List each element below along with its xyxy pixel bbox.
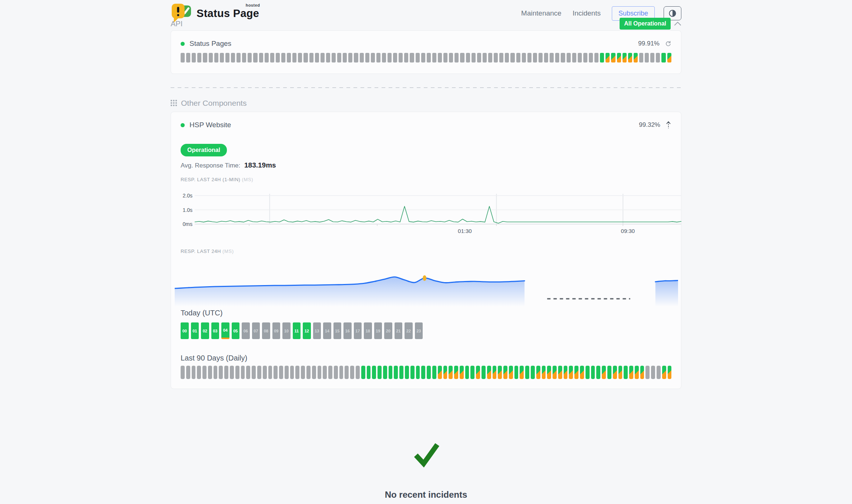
uptime-bar[interactable] <box>181 366 185 379</box>
uptime-bar[interactable] <box>533 53 537 62</box>
uptime-bar[interactable] <box>257 366 261 379</box>
uptime-bar[interactable] <box>567 53 571 62</box>
uptime-bar[interactable] <box>337 53 341 62</box>
uptime-bar[interactable] <box>628 53 632 62</box>
hour-block-02[interactable]: 02 <box>201 322 209 339</box>
hour-block-09[interactable]: 09 <box>272 322 281 339</box>
uptime-bar[interactable] <box>295 366 299 379</box>
uptime-bar[interactable] <box>253 53 257 62</box>
hour-block-19[interactable]: 19 <box>374 322 382 339</box>
uptime-bar[interactable] <box>202 366 207 379</box>
uptime-bar[interactable] <box>438 53 442 62</box>
uptime-bar[interactable] <box>635 366 639 379</box>
uptime-bar[interactable] <box>237 53 241 62</box>
collapse-chevron-up-icon[interactable] <box>674 21 681 26</box>
uptime-bar[interactable] <box>505 53 509 62</box>
uptime-bar[interactable] <box>350 366 354 379</box>
uptime-bar[interactable] <box>662 366 666 379</box>
uptime-bar[interactable] <box>555 53 559 62</box>
uptime-bar[interactable] <box>470 366 474 379</box>
uptime-bar[interactable] <box>303 53 308 62</box>
uptime-bar[interactable] <box>611 53 615 62</box>
hour-block-13[interactable]: 13 <box>313 322 321 339</box>
uptime-bar[interactable] <box>181 53 185 62</box>
uptime-bar[interactable] <box>438 366 442 379</box>
uptime-bar[interactable] <box>248 53 252 62</box>
uptime-bar[interactable] <box>371 53 375 62</box>
hour-block-00[interactable]: 00 <box>181 322 189 339</box>
uptime-bar[interactable] <box>509 366 513 379</box>
hour-block-22[interactable]: 22 <box>405 322 413 339</box>
uptime-bar[interactable] <box>477 53 481 62</box>
uptime-bar[interactable] <box>553 366 557 379</box>
uptime-bar[interactable] <box>634 53 638 62</box>
uptime-bar[interactable] <box>547 366 551 379</box>
uptime-bar[interactable] <box>231 53 235 62</box>
component-row[interactable]: Status Pages 99.91% <box>181 40 671 48</box>
uptime-bar[interactable] <box>536 366 540 379</box>
uptime-bar[interactable] <box>197 53 201 62</box>
uptime-bar[interactable] <box>393 53 397 62</box>
uptime-bar[interactable] <box>454 53 459 62</box>
hour-block-12[interactable]: 12 <box>303 322 311 339</box>
uptime-bar[interactable] <box>306 366 311 379</box>
uptime-bar[interactable] <box>298 53 302 62</box>
uptime-bar[interactable] <box>650 53 654 62</box>
uptime-bar[interactable] <box>466 53 470 62</box>
uptime-bar[interactable] <box>483 53 487 62</box>
uptime-bar[interactable] <box>639 53 643 62</box>
hour-block-07[interactable]: 07 <box>252 322 260 339</box>
hour-block-23[interactable]: 23 <box>415 322 423 339</box>
uptime-bar[interactable] <box>328 366 332 379</box>
uptime-bar[interactable] <box>454 366 458 379</box>
uptime-bar[interactable] <box>656 53 660 62</box>
uptime-bar[interactable] <box>432 366 436 379</box>
uptime-bar[interactable] <box>343 53 347 62</box>
uptime-bar[interactable] <box>617 53 621 62</box>
uptime-bar[interactable] <box>274 366 278 379</box>
uptime-bar[interactable] <box>465 366 469 379</box>
uptime-bar[interactable] <box>487 366 491 379</box>
uptime-bar[interactable] <box>527 53 531 62</box>
uptime-bar[interactable] <box>623 53 627 62</box>
nav-incidents[interactable]: Incidents <box>573 9 601 17</box>
uptime-bar[interactable] <box>427 53 431 62</box>
hour-block-21[interactable]: 21 <box>395 322 403 339</box>
uptime-bar[interactable] <box>186 53 190 62</box>
uptime-bar[interactable] <box>360 53 364 62</box>
uptime-bar[interactable] <box>312 366 316 379</box>
uptime-bar[interactable] <box>561 53 565 62</box>
hour-block-01[interactable]: 01 <box>191 322 199 339</box>
uptime-bar[interactable] <box>488 53 492 62</box>
uptime-bar[interactable] <box>241 366 245 379</box>
uptime-bar[interactable] <box>443 53 447 62</box>
uptime-bar[interactable] <box>572 53 576 62</box>
uptime-bar[interactable] <box>591 366 595 379</box>
uptime-bar[interactable] <box>214 53 218 62</box>
uptime-bar[interactable] <box>525 366 529 379</box>
hour-block-04[interactable]: 04 <box>221 322 229 339</box>
uptime-bar[interactable] <box>522 53 526 62</box>
uptime-bar[interactable] <box>287 53 291 62</box>
uptime-bar[interactable] <box>405 366 409 379</box>
uptime-bar[interactable] <box>472 53 476 62</box>
uptime-bar[interactable] <box>618 366 623 379</box>
uptime-bar[interactable] <box>321 53 325 62</box>
hour-block-17[interactable]: 17 <box>354 322 362 339</box>
uptime-bar[interactable] <box>510 53 514 62</box>
uptime-bar[interactable] <box>332 53 336 62</box>
uptime-bar[interactable] <box>613 366 617 379</box>
uptime-bar[interactable] <box>382 53 386 62</box>
uptime-bar[interactable] <box>388 53 392 62</box>
uptime-bar[interactable] <box>383 366 387 379</box>
nav-maintenance[interactable]: Maintenance <box>521 9 561 17</box>
hour-block-03[interactable]: 03 <box>211 322 219 339</box>
uptime-bar[interactable] <box>460 366 464 379</box>
uptime-bar[interactable] <box>449 53 453 62</box>
uptime-bar[interactable] <box>544 53 548 62</box>
uptime-bar[interactable] <box>606 53 610 62</box>
hour-block-20[interactable]: 20 <box>384 322 392 339</box>
uptime-bar[interactable] <box>309 53 313 62</box>
uptime-bar[interactable] <box>569 366 573 379</box>
hour-block-06[interactable]: 06 <box>242 322 250 339</box>
